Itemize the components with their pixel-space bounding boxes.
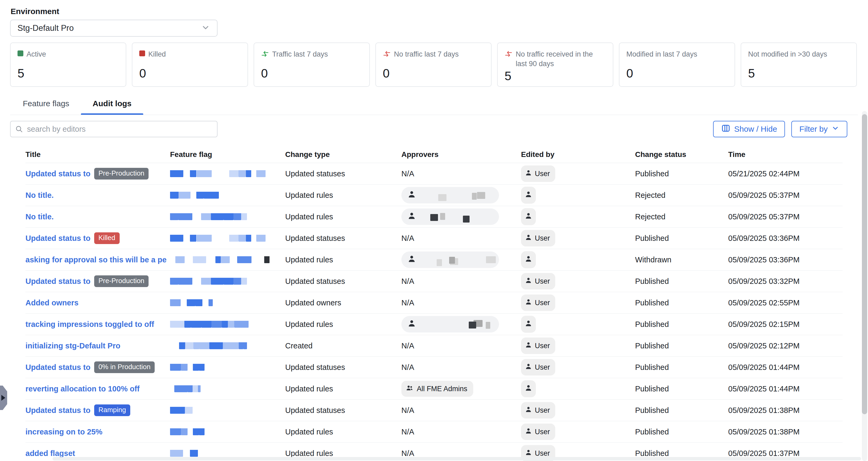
redacted-block — [190, 235, 196, 242]
feature-flag-redacted — [170, 213, 247, 220]
show-hide-button[interactable]: Show / Hide — [713, 121, 785, 137]
column-header: Feature flag — [170, 150, 285, 159]
status-badge — [79, 452, 87, 455]
approvers-cell: N/A — [401, 234, 521, 243]
change-status-cell: Published — [635, 384, 728, 393]
person-icon — [524, 212, 532, 222]
environment-select[interactable]: Stg-Default Pro — [10, 20, 218, 37]
filter-by-button[interactable]: Filter by — [791, 121, 847, 137]
search-input[interactable] — [10, 121, 218, 137]
time-cell: 05/09/2025 01:44PM — [728, 363, 842, 372]
redacted-block — [170, 192, 179, 199]
table-row: tracking impressions toggled to off Upda… — [26, 314, 842, 335]
toolbar: Show / Hide Filter by — [10, 121, 858, 137]
time-cell: 05/09/2025 01:37PM — [728, 449, 842, 458]
tab-audit-logs[interactable]: Audit logs — [81, 99, 143, 115]
stat-value: 5 — [18, 66, 119, 81]
person-icon — [407, 211, 416, 222]
redacted-block — [201, 278, 211, 285]
edited-by-user-pill: User — [521, 294, 555, 311]
column-header: Title — [26, 150, 170, 159]
edited-by-user-pill: User — [521, 230, 555, 247]
audit-title-link[interactable]: Updated status to — [26, 169, 90, 178]
time-cell: 05/09/2025 03:32PM — [728, 277, 842, 286]
time-cell: 05/21/2025 02:44PM — [728, 169, 842, 178]
audit-title-link[interactable]: Updated status to — [26, 234, 90, 243]
edited-by-cell: User — [521, 359, 635, 375]
approver-na: N/A — [401, 169, 414, 178]
redacted-block — [185, 342, 193, 349]
redacted-block — [174, 385, 188, 392]
audit-title-link[interactable]: reverting allocation to 100% off — [26, 384, 140, 393]
change-status-cell: Published — [635, 406, 728, 415]
approvers-cell: N/A — [401, 363, 521, 372]
horizontal-scrollbar[interactable] — [53, 457, 861, 460]
change-type-cell: Updated statuses — [285, 234, 401, 243]
flag-status-square-icon — [18, 51, 23, 56]
audit-title-link[interactable]: Updated status to — [26, 363, 90, 372]
column-header: Edited by — [521, 150, 635, 159]
toolbar-buttons: Show / Hide Filter by — [713, 121, 847, 137]
time-cell: 05/09/2025 02:15PM — [728, 320, 842, 329]
approvers-cell — [401, 252, 521, 268]
person-icon — [524, 255, 532, 265]
audit-title-cell: Updated status to Killed — [26, 232, 170, 244]
change-type-cell: Updated rules — [285, 320, 401, 329]
redacted-block — [188, 385, 192, 392]
feature-flag-redacted — [170, 299, 214, 306]
edited-by-label: User — [535, 170, 550, 178]
audit-title-link[interactable]: No title. — [26, 191, 54, 200]
audit-title-link[interactable]: initializing stg-Default Pro — [26, 342, 120, 350]
audit-title-link[interactable]: Added owners — [26, 298, 79, 307]
tab-feature-flags[interactable]: Feature flags — [11, 99, 81, 115]
audit-logs-page: Environment Stg-Default Pro Active 5 Kil… — [0, 7, 868, 461]
audit-title-cell: Updated status to Pre-Production — [26, 276, 170, 287]
feature-flag-redacted — [170, 321, 255, 328]
redacted-block — [256, 235, 266, 242]
audit-title-link[interactable]: asking for approval so this will be a pe — [26, 256, 166, 264]
redacted-block — [193, 342, 199, 349]
change-type-cell: Updated statuses — [285, 277, 401, 286]
stat-card: Killed 0 — [132, 42, 248, 87]
person-icon — [525, 298, 532, 308]
approver-na: N/A — [401, 342, 414, 350]
environment-value: Stg-Default Pro — [18, 23, 74, 33]
column-header: Change type — [285, 150, 401, 159]
table-row: initializing stg-Default Pro Created N/A… — [26, 335, 842, 357]
edited-by-avatar-pill — [521, 187, 536, 204]
redacted-block — [170, 278, 178, 285]
redacted-block — [224, 278, 234, 285]
redacted-block — [264, 256, 270, 263]
person-icon — [525, 406, 532, 415]
edited-by-label: User — [535, 428, 550, 436]
redacted-block — [191, 321, 202, 328]
approver-redacted-pill — [401, 252, 499, 268]
stat-value: 5 — [504, 69, 606, 83]
redacted-block — [486, 322, 490, 329]
redacted-block — [199, 342, 209, 349]
approvers-cell: N/A — [401, 406, 521, 415]
redacted-block — [179, 342, 185, 349]
columns-icon — [721, 123, 731, 135]
audit-title-link[interactable]: tracking impressions toggled to off — [26, 320, 154, 329]
audit-title-link[interactable]: added flagset — [26, 449, 75, 458]
audit-title-link[interactable]: increasing on to 25% — [26, 428, 102, 436]
audit-title-link[interactable]: Updated status to — [26, 406, 90, 415]
feature-flag-cell — [170, 450, 285, 457]
redacted-block — [246, 170, 251, 177]
redacted-block — [184, 321, 191, 328]
change-type-cell: Updated statuses — [285, 169, 401, 178]
vertical-scrollbar-thumb[interactable] — [862, 114, 867, 414]
redacted-block — [196, 170, 212, 177]
redacted-block — [221, 256, 230, 263]
redacted-block — [229, 235, 239, 242]
edited-by-cell: User — [521, 294, 635, 311]
redacted-block — [224, 213, 234, 220]
table-header-row: TitleFeature flagChange typeApproversEdi… — [26, 146, 842, 163]
audit-title-link[interactable]: Updated status to — [26, 277, 90, 286]
stat-label: Modified in last 7 days — [626, 49, 697, 59]
feature-flag-redacted — [170, 235, 266, 242]
redacted-block — [170, 235, 183, 242]
redacted-block — [201, 213, 211, 220]
audit-title-link[interactable]: No title. — [26, 212, 54, 221]
